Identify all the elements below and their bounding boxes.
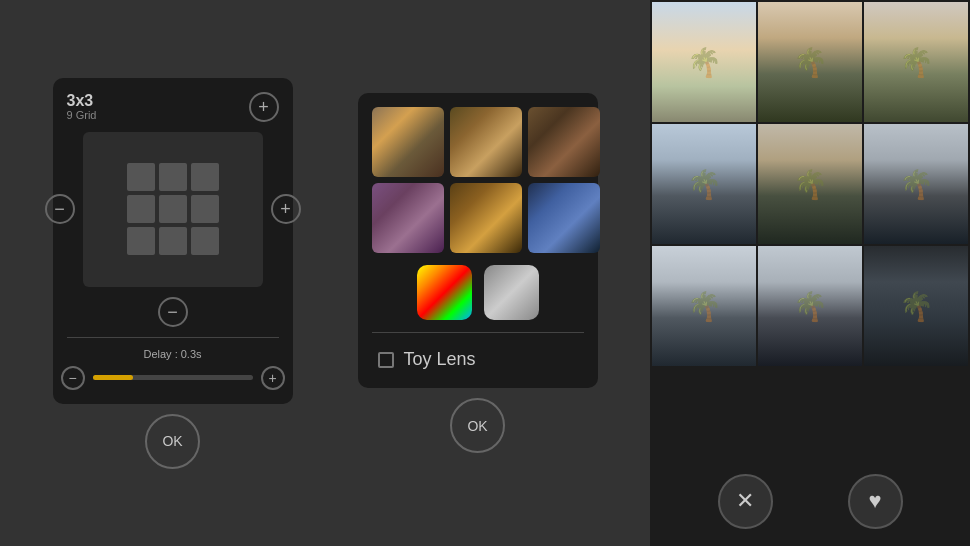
palm-overlay-5: 🌴 (758, 124, 862, 244)
grid-cell (127, 163, 155, 191)
palm-overlay-4: 🌴 (652, 124, 756, 244)
filter-thumb-5[interactable] (450, 183, 522, 253)
gray-filter-button[interactable] (484, 265, 539, 320)
filter-grid (372, 107, 584, 253)
grid-cell (159, 227, 187, 255)
photo-grid: 🌴 🌴 🌴 🌴 🌴 🌴 🌴 🌴 🌴 (650, 0, 970, 456)
grid-ok-button[interactable]: OK (145, 414, 200, 469)
heart-icon: ♥ (868, 488, 881, 514)
plus-delay-button[interactable]: + (261, 366, 285, 390)
color-filter-button[interactable] (417, 265, 472, 320)
photo-cell-9[interactable]: 🌴 (864, 246, 968, 366)
minus-left-button[interactable]: − (45, 194, 75, 224)
filter-ok-label: OK (467, 418, 487, 434)
photo-cell-7[interactable]: 🌴 (652, 246, 756, 366)
palm-overlay-2: 🌴 (758, 2, 862, 122)
photo-cell-2[interactable]: 🌴 (758, 2, 862, 122)
right-area: 🌴 🌴 🌴 🌴 🌴 🌴 🌴 🌴 🌴 ✕ ♥ (650, 0, 970, 546)
palm-overlay-7: 🌴 (652, 246, 756, 366)
grid-preview (83, 132, 263, 287)
delay-slider-track[interactable] (93, 375, 253, 380)
palm-overlay-6: 🌴 (864, 124, 968, 244)
minus-delay-button[interactable]: − (61, 366, 85, 390)
palm-overlay-8: 🌴 (758, 246, 862, 366)
grid-panel: 3x3 9 Grid + − (53, 78, 293, 404)
delay-label: Delay : 0.3s (143, 348, 201, 360)
grid-cell (159, 163, 187, 191)
filter-panel: Toy Lens (358, 93, 598, 388)
photo-cell-1[interactable]: 🌴 (652, 2, 756, 122)
plus-right-button[interactable]: + (271, 194, 301, 224)
delay-row: Delay : 0.3s − + (67, 348, 279, 390)
palm-overlay-1: 🌴 (652, 2, 756, 122)
filter-icons-row (417, 265, 539, 320)
grid-ok-label: OK (162, 433, 182, 449)
grid-cell (127, 195, 155, 223)
heart-button[interactable]: ♥ (848, 474, 903, 529)
photo-cell-8[interactable]: 🌴 (758, 246, 862, 366)
grid-cell (191, 227, 219, 255)
bottom-bar: ✕ ♥ (650, 456, 970, 546)
photo-cell-5[interactable]: 🌴 (758, 124, 862, 244)
photo-cell-6[interactable]: 🌴 (864, 124, 968, 244)
palm-overlay-9: 🌴 (864, 246, 968, 366)
grid-cell (127, 227, 155, 255)
filter-ok-button[interactable]: OK (450, 398, 505, 453)
filter-thumb-3[interactable] (528, 107, 600, 177)
filter-thumb-6[interactable] (528, 183, 600, 253)
delay-slider-fill (93, 375, 133, 380)
grid-cell (159, 195, 187, 223)
grid-subtitle: 9 Grid (67, 109, 97, 121)
divider (67, 337, 279, 338)
minus-bottom-button[interactable]: − (158, 297, 188, 327)
filter-thumb-2[interactable] (450, 107, 522, 177)
grid-cell (191, 163, 219, 191)
close-button[interactable]: ✕ (718, 474, 773, 529)
toy-lens-label: Toy Lens (404, 349, 476, 370)
grid-title: 3x3 (67, 92, 97, 110)
filter-divider (372, 332, 584, 333)
filter-thumb-1[interactable] (372, 107, 444, 177)
palm-overlay-3: 🌴 (864, 2, 968, 122)
close-icon: ✕ (736, 488, 754, 514)
add-grid-button[interactable]: + (249, 92, 279, 122)
grid-cell (191, 195, 219, 223)
photo-cell-4[interactable]: 🌴 (652, 124, 756, 244)
filter-thumb-4[interactable] (372, 183, 444, 253)
left-area: 3x3 9 Grid + − (0, 0, 650, 546)
toy-lens-row: Toy Lens (372, 345, 584, 374)
grid-icon (127, 163, 219, 255)
toy-lens-checkbox[interactable] (378, 352, 394, 368)
photo-cell-3[interactable]: 🌴 (864, 2, 968, 122)
